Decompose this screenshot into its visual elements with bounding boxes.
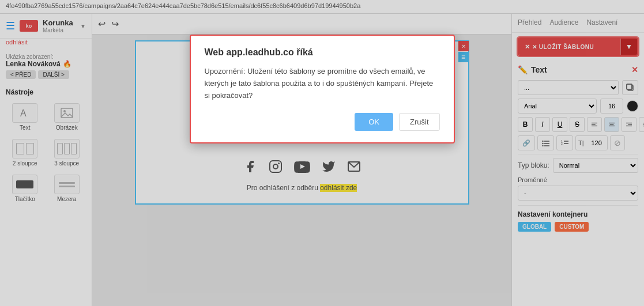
dialog-title: Web app.leadhub.co říká <box>205 47 440 58</box>
dialog-ok-button[interactable]: OK <box>355 113 393 131</box>
dialog-buttons: OK Zrušit <box>205 113 440 131</box>
dialog-box: Web app.leadhub.co říká Upozornění: Ulož… <box>190 35 455 143</box>
dialog-overlay: Web app.leadhub.co říká Upozornění: Ulož… <box>0 0 644 306</box>
dialog-message: Upozornění: Uložení této šablony se prom… <box>205 66 440 101</box>
dialog-cancel-button[interactable]: Zrušit <box>399 113 440 131</box>
